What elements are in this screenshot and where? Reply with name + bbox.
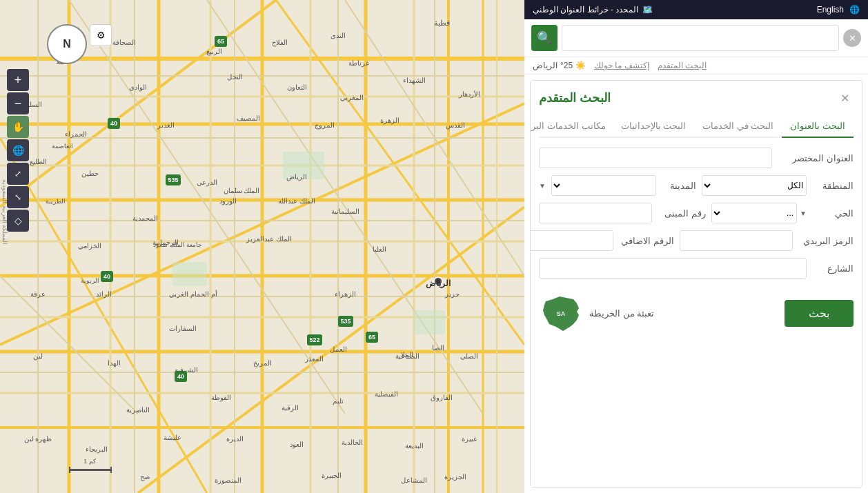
additional-no-input[interactable] <box>530 230 613 251</box>
tab-by-services[interactable]: البحث في الخدمات <box>694 115 782 138</box>
svg-text:غرناطة: غرناطة <box>348 59 369 68</box>
collapse-button[interactable]: ⤡ <box>7 186 29 208</box>
app-icon: 🗺️ <box>642 5 653 14</box>
city-select[interactable] <box>551 175 656 196</box>
short-address-input[interactable] <box>539 148 772 168</box>
svg-text:522: 522 <box>309 336 319 343</box>
svg-text:المحمدية: المحمدية <box>132 214 158 222</box>
svg-text:العمل: العمل <box>330 345 347 353</box>
svg-text:الزهراء: الزهراء <box>335 290 356 299</box>
building-no-input[interactable] <box>539 203 652 223</box>
svg-text:الورود: الورود <box>219 197 237 205</box>
weather-icon: ☀️ <box>575 61 586 70</box>
map-container[interactable]: قطبة الملا الصحافة الربيع الفلاح الندى غ… <box>0 0 524 493</box>
svg-text:1 كم: 1 كم <box>83 458 97 465</box>
zip-input[interactable] <box>680 230 793 251</box>
svg-text:الحمراء: الحمراء <box>65 130 87 139</box>
svg-text:القدس: القدس <box>446 121 465 130</box>
svg-text:البريجاء: البريجاء <box>86 445 108 454</box>
svg-text:النخل: النخل <box>227 73 243 81</box>
svg-text:الملك عبدالعزيز: الملك عبدالعزيز <box>246 235 292 243</box>
pan-button[interactable]: ✋ <box>7 116 29 138</box>
svg-text:الجزيرة: الجزيرة <box>444 473 466 481</box>
svg-text:صح: صح <box>140 473 150 481</box>
close-advanced-button[interactable]: ✕ <box>836 89 854 107</box>
settings-button[interactable]: ⚙ <box>90 24 112 46</box>
svg-text:65: 65 <box>217 38 224 45</box>
zip-additional-row: الرمز البريدي الرقم الاضافي <box>539 230 854 251</box>
svg-text:الملا: الملا <box>401 351 413 359</box>
sub-header: البحث المتقدم إكتشف ما حولك ☀️ °25 الريا… <box>524 57 868 74</box>
svg-text:SA: SA <box>557 310 566 317</box>
svg-text:لبن: لبن <box>33 352 43 361</box>
svg-text:الفيصلية: الفيصلية <box>375 390 398 398</box>
svg-text:عرقة: عرقة <box>30 290 46 299</box>
clear-button[interactable]: ✕ <box>843 29 861 47</box>
svg-text:الفاروق: الفاروق <box>431 394 453 402</box>
svg-text:الصحافة: الصحافة <box>112 39 136 46</box>
svg-text:535: 535 <box>340 318 351 325</box>
svg-text:الأردهار: الأردهار <box>458 90 480 99</box>
tab-by-address[interactable]: البحث بالعنوان <box>782 115 854 138</box>
district-dropdown-icon: ▼ <box>800 210 807 217</box>
street-input[interactable] <box>539 258 807 279</box>
tab-post-offices[interactable]: مكاتب الخدمات البريدية <box>530 115 613 138</box>
building-no-label: رقم المبنى <box>658 208 706 219</box>
globe-icon: 🌐 <box>849 5 860 14</box>
svg-text:الزهرة: الزهرة <box>380 117 400 125</box>
svg-text:الطريبة: الطريبة <box>46 198 66 205</box>
svg-text:العليا: العليا <box>373 245 386 253</box>
svg-text:الرياض: الرياض <box>426 279 451 288</box>
right-panel: 🌐 English 🗺️ المحدد - خرائط العنوان الوط… <box>524 0 868 493</box>
svg-text:الصا: الصا <box>432 344 444 352</box>
svg-text:الربيع: الربيع <box>206 48 222 56</box>
region-select[interactable]: الكل <box>702 175 807 196</box>
svg-text:الهدا: الهدا <box>108 359 121 368</box>
expand-button[interactable]: ⤢ <box>7 163 29 185</box>
language-label[interactable]: English <box>817 5 844 14</box>
short-address-label: العنوان المختصر <box>778 153 854 163</box>
compass-control[interactable]: N <box>47 24 87 64</box>
short-address-row: العنوان المختصر <box>539 148 854 168</box>
search-bar: 🔍 ✕ <box>524 19 868 57</box>
advanced-search-link[interactable]: البحث المتقدم <box>658 61 707 70</box>
svg-text:البديعة: البديعة <box>405 442 424 450</box>
svg-text:الناصرية: الناصرية <box>126 406 150 414</box>
search-submit-button[interactable]: بحث <box>785 300 854 327</box>
street-row: الشارع <box>539 258 854 279</box>
svg-rect-115 <box>69 467 70 473</box>
svg-text:65: 65 <box>368 334 375 341</box>
svg-rect-116 <box>110 467 112 473</box>
svg-text:عليشة: عليشة <box>164 434 181 441</box>
additional-no-label: الرقم الاضافي <box>619 236 674 246</box>
svg-text:الخزامي: الخزامي <box>78 242 101 250</box>
svg-text:الشهداء: الشهداء <box>403 77 426 85</box>
district-select[interactable]: ... <box>711 203 797 223</box>
street-label: الشارع <box>812 263 854 274</box>
zoom-in-button[interactable]: + <box>7 69 29 91</box>
map-fill-label: تعبئة من الخريطة <box>589 308 654 319</box>
svg-text:الوادي: الوادي <box>129 83 147 92</box>
explore-link[interactable]: إكتشف ما حولك <box>594 61 649 70</box>
city-label: المدينة <box>662 181 696 191</box>
svg-text:المعذر: المعذر <box>304 355 324 363</box>
globe-view-button[interactable]: 🌐 <box>7 139 29 161</box>
advanced-search-panel: ✕ البحث المتقدم البحث بالعنوان البحث في … <box>530 80 862 487</box>
district-building-row: الحي ▼ ... رقم المبنى <box>539 203 854 223</box>
zoom-out-button[interactable]: − <box>7 92 29 114</box>
search-input[interactable] <box>562 25 839 51</box>
weather-widget: ☀️ °25 الرياض <box>533 61 586 70</box>
app-title: المحدد - خرائط العنوان الوطني <box>533 5 638 14</box>
svg-text:المروج: المروج <box>315 121 335 130</box>
svg-text:الغدير: الغدير <box>157 121 175 130</box>
svg-text:ظهرة لبن: ظهرة لبن <box>24 435 52 443</box>
map-fill-icon[interactable]: SA <box>539 291 584 336</box>
svg-text:الريوبة: الريوبة <box>81 277 99 285</box>
search-button[interactable]: 🔍 <box>531 25 558 51</box>
tab-by-statistics[interactable]: البحث بالإحداثيات <box>613 115 695 138</box>
svg-text:الخالدية: الخالدية <box>342 439 363 446</box>
edit-button[interactable]: ◇ <box>7 210 29 232</box>
svg-text:السليمانية: السليمانية <box>331 208 359 215</box>
svg-text:المغربي: المغربي <box>340 94 364 102</box>
svg-text:المشاعل: المشاعل <box>401 476 427 484</box>
